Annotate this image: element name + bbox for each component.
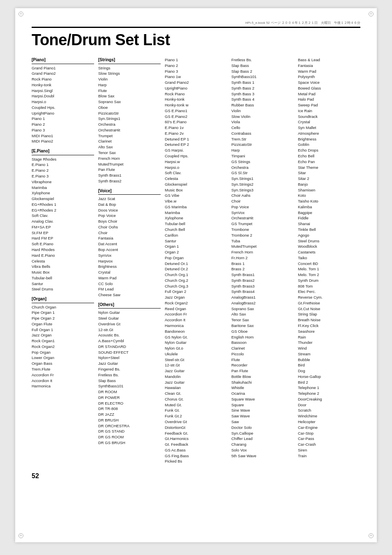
section-header-piano: [Piano] bbox=[32, 57, 94, 64]
list-item: Choir bbox=[231, 198, 294, 204]
list-item: Synth Brass1 bbox=[231, 272, 294, 278]
list-item: Siren bbox=[298, 447, 360, 453]
list-item: Soundtrack bbox=[298, 114, 360, 120]
list-item: Brass 1 bbox=[231, 261, 294, 267]
list-item: Chorus Gt. bbox=[165, 396, 227, 402]
list-item: Piano 3 bbox=[32, 127, 94, 133]
list-item: Brass 2 bbox=[231, 266, 294, 272]
list-item: Vibe.w bbox=[165, 198, 227, 204]
list-item: Accordion It bbox=[165, 317, 227, 323]
list-item: Nylon+Steel bbox=[98, 355, 161, 361]
list-item: Santur bbox=[32, 281, 94, 287]
list-item: Glockenspiel bbox=[32, 196, 94, 202]
list-item: Koto bbox=[298, 193, 360, 198]
list-item: PizzicatoStr bbox=[231, 142, 294, 147]
list-item: Trumpet bbox=[98, 133, 161, 139]
list-item: Funk Gt.2 bbox=[165, 413, 227, 419]
list-item: Concert BD bbox=[298, 261, 360, 267]
list-item: Thunder bbox=[298, 340, 360, 345]
list-item: Agogo bbox=[298, 233, 360, 238]
list-item: DR GS BRUSH bbox=[98, 440, 161, 446]
list-item: MIDI Piano1 bbox=[32, 133, 94, 139]
list-item: GS Ac.Bass bbox=[165, 447, 227, 453]
list-item: GS Nylon Gt. bbox=[165, 334, 227, 340]
list-item: Rock Organ2 bbox=[32, 344, 94, 350]
list-item: Soft Clav. bbox=[165, 170, 227, 176]
list-item: Marimba bbox=[32, 185, 94, 191]
list-item: Castanets bbox=[298, 249, 360, 255]
list-item: Doos Voice bbox=[98, 207, 161, 213]
list-item: Orchestra bbox=[98, 122, 161, 127]
list-item: Square Wave bbox=[231, 396, 294, 402]
list-item: Steel Drums bbox=[298, 238, 360, 244]
list-item: Accordion Fr bbox=[32, 372, 94, 378]
list-item: OrchestraHit bbox=[231, 215, 294, 221]
list-item: FM Lead bbox=[98, 286, 161, 292]
list-item: Church Bell bbox=[165, 227, 227, 233]
list-item: GS Vibe bbox=[165, 193, 227, 198]
list-item: Seashore bbox=[298, 329, 360, 334]
list-item: Detuned Or.1 bbox=[165, 261, 227, 267]
list-item: Church Org.2 bbox=[165, 278, 227, 283]
list-item: Shakuhachi bbox=[231, 380, 294, 385]
list-item: Fretless Bs. bbox=[98, 372, 161, 378]
corner-mark-br bbox=[369, 533, 374, 539]
list-item: Analog Clav. bbox=[32, 219, 94, 224]
list-item: Synth Bass 2 bbox=[231, 85, 294, 91]
list-item: Coupled Hps. bbox=[32, 105, 94, 111]
list-item: Hawaiian bbox=[165, 385, 227, 391]
list-item: Harmonica bbox=[165, 323, 227, 329]
list-item: 5th Saw Wave bbox=[231, 453, 294, 459]
list-item: Detuned EP 1 bbox=[165, 136, 227, 142]
list-item: Trem.Flute bbox=[32, 366, 94, 372]
list-item: Santur bbox=[165, 238, 227, 244]
list-item: CC Solo bbox=[98, 281, 161, 287]
list-item: Synth Brass2 bbox=[98, 178, 161, 184]
list-item: Feedback Gt. bbox=[165, 431, 227, 436]
list-item: Grand Piano2 bbox=[165, 80, 227, 85]
list-item: Chiffer Lead bbox=[231, 436, 294, 442]
list-item: Atmosphere bbox=[298, 131, 360, 136]
section-header-e.piano: [E.Piano] bbox=[32, 148, 94, 155]
list-item: Sine Wave bbox=[231, 408, 294, 413]
list-item: Fretless Bs. bbox=[231, 57, 294, 63]
list-item: Bassoon bbox=[231, 340, 294, 345]
list-item: Pop Voice bbox=[231, 204, 294, 210]
list-item: Nylon Guitar bbox=[165, 340, 227, 345]
list-item: E.Piano 1 bbox=[32, 162, 94, 168]
list-item: Soprano Sax bbox=[231, 306, 294, 312]
list-item: Tinkle Bell bbox=[298, 227, 360, 233]
list-item: Saw Wave bbox=[231, 413, 294, 419]
list-item: Soft Clav. bbox=[32, 213, 94, 219]
list-item: Organ Bass bbox=[32, 361, 94, 366]
list-item: DR ORCHESTRA bbox=[98, 423, 161, 429]
page-number: 52 bbox=[32, 472, 360, 480]
list-item: Brightness bbox=[298, 136, 360, 142]
list-item: Carillon bbox=[165, 233, 227, 238]
list-item: Breath Noise bbox=[298, 317, 360, 323]
list-item: Bagpipe bbox=[298, 210, 360, 216]
list-item: Accordion Fr bbox=[165, 311, 227, 317]
list-item: Crystal bbox=[98, 269, 161, 275]
list-item: Rain bbox=[298, 334, 360, 340]
list-item: Clean Gt. bbox=[165, 391, 227, 396]
list-item: Metal Pad bbox=[298, 91, 360, 97]
list-item: Synth Bass 4 bbox=[231, 97, 294, 102]
list-item: DoorCreaking bbox=[298, 396, 360, 402]
list-item: Overdrive Gt bbox=[98, 321, 161, 327]
list-item: Violin bbox=[98, 76, 161, 82]
list-item: Elec Perc. bbox=[298, 289, 360, 295]
list-item: Full Organ 2 bbox=[165, 289, 227, 295]
list-item: Jazz Organ bbox=[32, 332, 94, 338]
list-item: 808 Tom bbox=[298, 283, 360, 289]
list-item: E.Piano 3 bbox=[32, 173, 94, 179]
list-item: Violin bbox=[231, 108, 294, 114]
list-item: Synth Brass1 bbox=[98, 173, 161, 178]
list-item: Celesta bbox=[165, 176, 227, 182]
list-item: E.Piano 2v bbox=[165, 131, 227, 136]
list-item: Syn.Calliope bbox=[231, 431, 294, 436]
list-item: Harpsi.o bbox=[165, 165, 227, 170]
list-item: Rock Organ2 bbox=[165, 300, 227, 306]
list-item: Piano 2 bbox=[32, 122, 94, 127]
list-item: Ocarina bbox=[231, 391, 294, 396]
